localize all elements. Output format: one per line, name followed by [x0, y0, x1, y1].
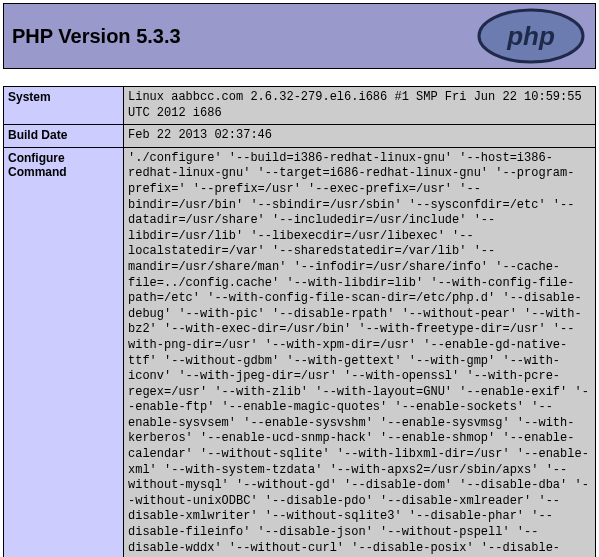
table-row: Build Date Feb 22 2013 02:37:46 [4, 125, 596, 148]
table-row: System Linux aabbcc.com 2.6.32-279.el6.i… [4, 87, 596, 125]
row-value-configure-command: './configure' '--build=i386-redhat-linux… [124, 147, 596, 557]
php-logo-text: php [506, 21, 555, 51]
php-logo: php [475, 7, 587, 65]
php-logo-icon: php [475, 7, 587, 65]
table-row: Configure Command './configure' '--build… [4, 147, 596, 557]
page-title: PHP Version 5.3.3 [12, 25, 181, 48]
phpinfo-header: PHP Version 5.3.3 php [3, 3, 596, 69]
row-label-configure-command: Configure Command [4, 147, 124, 557]
row-label-system: System [4, 87, 124, 125]
row-value-build-date: Feb 22 2013 02:37:46 [124, 125, 596, 148]
phpinfo-table: System Linux aabbcc.com 2.6.32-279.el6.i… [3, 86, 596, 557]
row-label-build-date: Build Date [4, 125, 124, 148]
row-value-system: Linux aabbcc.com 2.6.32-279.el6.i686 #1 … [124, 87, 596, 125]
